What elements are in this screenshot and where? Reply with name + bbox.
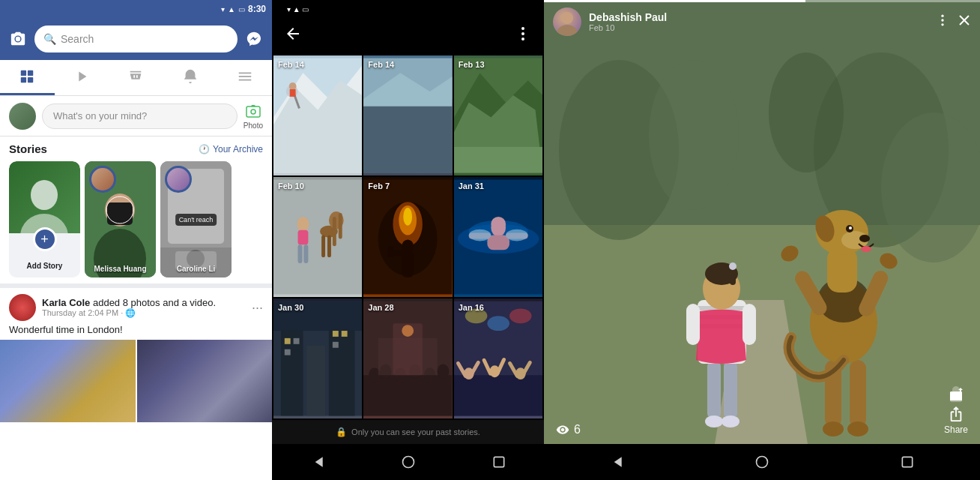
viewer-more-button[interactable] [935, 13, 950, 32]
post-date: Thursday at 2:04 PM · 🌐 [42, 308, 246, 318]
views-icon [556, 423, 569, 436]
post-input[interactable]: What's on your mind? [42, 104, 238, 129]
viewer-user-name: Debashish Paul [589, 11, 928, 23]
svg-marker-159 [614, 457, 622, 466]
svg-point-108 [402, 457, 414, 468]
add-story-card[interactable]: + Add Story [9, 161, 80, 278]
viewer-user-date: Feb 10 [589, 23, 928, 32]
archive-cell-1[interactable]: Feb 14 [273, 56, 362, 176]
story-caroline[interactable]: Can't reach Caroline Li [160, 161, 232, 278]
svg-rect-3 [21, 77, 26, 82]
archive-status-icons: ▾ ▲ ▭ [287, 5, 309, 14]
svg-rect-65 [487, 236, 509, 250]
archive-more-button[interactable] [514, 25, 532, 47]
archive-label-9: Jan 16 [459, 303, 484, 312]
story-caroline-name: Caroline Li [160, 265, 232, 273]
archive-nav-square[interactable] [484, 447, 514, 477]
svg-rect-109 [494, 457, 503, 466]
tab-menu[interactable] [217, 60, 272, 95]
messenger-button[interactable] [244, 28, 264, 50]
archive-label-4: Feb 10 [278, 182, 304, 190]
status-bar: ▾ ▲ ▭ 8:30 [0, 0, 272, 18]
svg-rect-43 [298, 230, 309, 245]
archive-cell-5[interactable]: Feb 7 [363, 177, 452, 297]
story-melissa[interactable]: Melissa Huang [85, 161, 156, 278]
photo-button[interactable]: Photo [244, 102, 263, 130]
viewer-nav-back[interactable] [602, 447, 632, 477]
post-author-name: Karla Cole added 8 photos and a video. [42, 297, 246, 308]
svg-point-0 [16, 37, 20, 41]
archive-panel: ▾ ▲ ▭ [272, 0, 544, 480]
svg-point-25 [521, 38, 524, 40]
svg-rect-4 [28, 77, 33, 82]
archive-grid: Feb 14 Feb 14 Feb 13 [272, 54, 544, 420]
add-story-icon: + [33, 227, 57, 251]
archive-label-1: Feb 14 [278, 60, 304, 69]
viewer-avatar [553, 8, 581, 36]
svg-rect-35 [363, 99, 452, 173]
feed-panel: ▾ ▲ ▭ 8:30 🔍 Search [0, 0, 272, 480]
your-archive-label: Your Archive [213, 144, 263, 154]
topbar: 🔍 Search [0, 18, 272, 60]
svg-rect-75 [285, 338, 291, 344]
archive-cell-6[interactable]: Jan 31 [454, 177, 542, 297]
search-placeholder: Search [61, 33, 94, 45]
post-box: What's on your mind? Photo [0, 96, 272, 136]
svg-point-155 [861, 246, 871, 252]
viewer-close-button[interactable] [958, 14, 971, 31]
tab-video[interactable] [55, 60, 109, 95]
svg-rect-76 [294, 338, 300, 344]
tab-marketplace[interactable] [109, 60, 163, 95]
post-info: Karla Cole added 8 photos and a video. T… [42, 297, 246, 318]
svg-point-70 [506, 230, 528, 242]
tab-notifications[interactable] [163, 60, 218, 95]
svg-rect-161 [902, 457, 912, 466]
svg-rect-40 [454, 147, 542, 173]
svg-point-23 [521, 27, 524, 30]
tab-feed[interactable] [0, 60, 55, 95]
feed-post: Karla Cole added 8 photos and a video. T… [0, 288, 272, 422]
viewer-nav-bar [544, 444, 980, 480]
svg-point-126 [769, 52, 844, 172]
archive-nav-home[interactable] [393, 447, 423, 477]
archive-cell-3[interactable]: Feb 13 [454, 56, 542, 176]
svg-point-69 [468, 230, 491, 242]
wifi-icon: ▾ [221, 5, 225, 14]
archive-cell-4[interactable]: Feb 10 [273, 177, 362, 297]
archive-cell-9[interactable]: Jan 16 [454, 298, 542, 418]
svg-rect-72 [281, 331, 303, 416]
story-melissa-name: Melissa Huang [85, 265, 156, 273]
viewer-nav-square[interactable] [892, 447, 922, 477]
signal-icon: ▲ [228, 5, 235, 14]
post-text: Wonderful time in London! [9, 324, 263, 335]
svg-rect-78 [333, 331, 339, 337]
archive-back-button[interactable] [284, 25, 302, 47]
svg-rect-48 [321, 236, 325, 258]
svg-point-160 [757, 457, 768, 468]
archive-label-7: Jan 30 [278, 303, 303, 312]
camera-button[interactable] [7, 28, 28, 50]
post-avatar [9, 103, 36, 130]
svg-rect-135 [686, 304, 700, 345]
archive-cell-2[interactable]: Feb 14 [363, 56, 452, 176]
viewer-nav-home[interactable] [747, 447, 777, 477]
stories-row: + Add Story Melissa Huang [0, 158, 272, 288]
your-archive-button[interactable]: 🕐 Your Archive [199, 144, 263, 154]
search-bar[interactable]: 🔍 Search [34, 26, 238, 52]
svg-point-106 [487, 316, 509, 331]
archive-cell-8[interactable]: Jan 28 [363, 298, 452, 418]
post-more-button[interactable]: ··· [252, 300, 263, 316]
svg-rect-51 [339, 213, 342, 239]
archive-nav-back[interactable] [303, 447, 333, 477]
svg-rect-49 [327, 236, 331, 258]
svg-rect-45 [303, 244, 308, 263]
share-button[interactable]: Share [944, 386, 968, 435]
viewer-panel: Debashish Paul Feb 10 [544, 0, 980, 480]
svg-rect-50 [333, 217, 336, 246]
svg-rect-41 [273, 180, 362, 295]
svg-point-31 [289, 82, 297, 90]
svg-point-140 [729, 262, 736, 270]
svg-point-123 [649, 60, 739, 210]
story-avatar-ring [89, 166, 116, 193]
archive-cell-7[interactable]: Jan 30 [273, 298, 362, 418]
